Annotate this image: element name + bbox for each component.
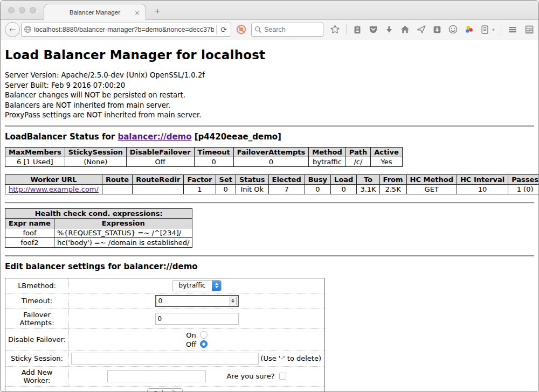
back-button[interactable]: ← bbox=[5, 22, 20, 37]
col-expr-name: Expr name bbox=[5, 218, 54, 228]
cell-hc-interval: 10 bbox=[457, 184, 508, 194]
col-timeout: Timeout bbox=[194, 147, 233, 157]
window-zoom-button[interactable] bbox=[30, 7, 36, 13]
bookmark-star-icon[interactable] bbox=[330, 24, 340, 34]
status-heading-prefix: LoadBalancer Status for bbox=[5, 132, 118, 142]
new-tab-button[interactable]: + bbox=[155, 6, 160, 17]
cell-expression: hc('body') =~ /domain is established/ bbox=[54, 237, 192, 247]
failover-on-radio[interactable] bbox=[200, 331, 208, 339]
url-bar[interactable]: ⟳ bbox=[21, 23, 231, 37]
cell-active: Yes bbox=[371, 157, 403, 166]
worker-data-row: http://www.example.com/ 1 0 Init Ok 7 0 … bbox=[5, 184, 539, 194]
lbmethod-row: LBmethod: bytraffic bbox=[5, 278, 325, 293]
health-row: foof2 hc('body') =~ /domain is establish… bbox=[5, 237, 192, 247]
home-icon[interactable] bbox=[400, 24, 410, 34]
server-version-line: Server Version: Apache/2.5.0-dev (Unix) … bbox=[5, 71, 534, 81]
page-action-icon[interactable] bbox=[432, 25, 442, 34]
col-hc-method: HC Method bbox=[406, 174, 457, 184]
cell-expr-name: foof2 bbox=[5, 237, 54, 247]
pocket-icon[interactable] bbox=[368, 24, 378, 34]
col-load: Load bbox=[331, 174, 357, 184]
timeout-input-wrap bbox=[155, 295, 239, 307]
divider bbox=[5, 202, 534, 204]
lbmethod-selected-value: bytraffic bbox=[172, 282, 212, 289]
cell-busy: 0 bbox=[305, 184, 330, 194]
add-worker-input[interactable] bbox=[107, 370, 206, 382]
status-heading-suffix: [p4420eeae_demo] bbox=[192, 132, 281, 142]
cell-path: /c/ bbox=[345, 157, 370, 166]
page-title: Load Balancer Manager for localhost bbox=[5, 48, 534, 62]
timeout-label: Timeout: bbox=[5, 293, 69, 309]
cell-maxmembers: 6 [1 Used] bbox=[5, 157, 65, 166]
sticky-session-input[interactable] bbox=[71, 353, 259, 365]
reload-icon[interactable]: ⟳ bbox=[219, 25, 229, 34]
search-bar[interactable] bbox=[251, 23, 323, 37]
search-input[interactable] bbox=[264, 26, 313, 33]
tab-balancer-manager[interactable]: Balancer Manager × bbox=[44, 4, 146, 20]
url-input[interactable] bbox=[34, 26, 214, 33]
col-factor: Factor bbox=[184, 174, 216, 184]
are-you-sure-checkbox[interactable] bbox=[279, 373, 286, 380]
failover-attempts-label: Failover Attempts: bbox=[5, 309, 69, 328]
timeout-row: Timeout: bbox=[5, 293, 325, 309]
submit-row: Submit bbox=[5, 386, 325, 392]
submit-button[interactable]: Submit bbox=[147, 388, 183, 392]
notes-sidebar-icon[interactable] bbox=[480, 25, 489, 34]
reading-list-icon[interactable] bbox=[353, 25, 362, 34]
cell-load: 0 bbox=[331, 184, 357, 194]
urlbar-divider bbox=[216, 25, 217, 34]
divider bbox=[5, 125, 534, 127]
balancer-data-row: 6 [1 Used] (None) Off 0 0 bytraffic /c/ … bbox=[5, 157, 403, 166]
select-stepper-icon bbox=[212, 280, 221, 291]
sticky-session-label: Sticky Session: bbox=[5, 351, 69, 366]
globe-icon bbox=[24, 25, 32, 33]
balancer-demo-link[interactable]: balancer://demo bbox=[118, 132, 191, 142]
tab-close-icon[interactable]: × bbox=[134, 9, 140, 17]
health-check-table: Health check cond. expressions: Expr nam… bbox=[5, 208, 192, 248]
worker-header-row: Worker URL Route RouteRedir Factor Set S… bbox=[5, 174, 539, 184]
feedback-smiley-icon[interactable] bbox=[448, 24, 458, 34]
cell-from: 2.5K bbox=[379, 184, 406, 194]
cell-stickysession: (None) bbox=[65, 157, 126, 166]
cell-set: 0 bbox=[216, 184, 236, 194]
window-controls bbox=[8, 7, 36, 13]
cell-hc-method: GET bbox=[406, 184, 457, 194]
navigation-toolbar: ← ⟳ bbox=[1, 20, 538, 39]
sticky-session-note: (Use '-' to delete) bbox=[260, 354, 321, 362]
balancer-status-table: MaxMembers StickySession DisableFailover… bbox=[5, 147, 403, 167]
tab-bar: Balancer Manager × + bbox=[1, 1, 538, 20]
health-row: foof %{REQUEST_STATUS} =~ /^[234]/ bbox=[5, 228, 192, 237]
cell-timeout: 0 bbox=[194, 157, 233, 166]
chevron-down-icon[interactable]: ▾ bbox=[492, 27, 495, 32]
col-passes: Passes bbox=[508, 174, 538, 184]
are-you-sure-label: Are you sure? bbox=[226, 372, 274, 380]
failover-off-radio[interactable] bbox=[200, 340, 208, 348]
cell-elected: 7 bbox=[268, 184, 305, 194]
window-close-button[interactable] bbox=[8, 7, 15, 13]
send-icon[interactable] bbox=[416, 24, 426, 34]
menu-hamburger-icon[interactable] bbox=[507, 24, 518, 35]
radio-off-label: Off bbox=[186, 340, 196, 349]
worker-url-link[interactable]: http://www.example.com/ bbox=[9, 185, 99, 193]
failover-attempts-row: Failover Attempts: bbox=[5, 309, 325, 328]
content-blocker-extension-icon[interactable] bbox=[236, 24, 247, 35]
col-disablefailover: DisableFailover bbox=[126, 147, 194, 157]
col-elected: Elected bbox=[268, 174, 305, 184]
colored-dots-extension-icon[interactable] bbox=[464, 24, 474, 34]
search-icon bbox=[254, 26, 262, 33]
cell-disablefailover: Off bbox=[126, 157, 194, 166]
number-spinner-icon[interactable] bbox=[230, 297, 237, 305]
screenshot-grid-extension-icon[interactable] bbox=[524, 24, 535, 35]
timeout-input[interactable] bbox=[158, 297, 230, 305]
download-icon[interactable] bbox=[384, 25, 394, 34]
cell-expression: %{REQUEST_STATUS} =~ /^[234]/ bbox=[54, 228, 192, 237]
loadbalancer-status-heading: LoadBalancer Status for balancer://demo … bbox=[5, 132, 534, 142]
edit-balancer-heading: Edit balancer settings for balancer://de… bbox=[5, 262, 534, 271]
lbmethod-select[interactable]: bytraffic bbox=[172, 280, 222, 291]
window-minimize-button[interactable] bbox=[19, 7, 25, 13]
radio-on-label: On bbox=[186, 331, 196, 340]
col-method: Method bbox=[309, 147, 345, 157]
disable-failover-label: Disable Failover: bbox=[5, 328, 69, 351]
health-title-row: Health check cond. expressions: bbox=[5, 208, 192, 218]
failover-attempts-input[interactable] bbox=[155, 313, 239, 325]
